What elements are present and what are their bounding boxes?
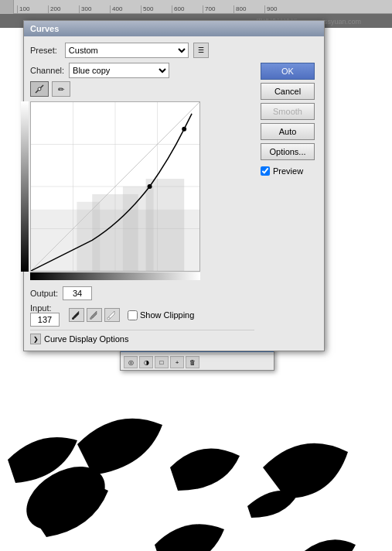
- dialog-left: Channel: Blue copy ✏: [30, 63, 254, 344]
- input-eyedropper-row: Input:: [30, 303, 254, 327]
- preview-checkbox[interactable]: [261, 166, 270, 176]
- ruler: 100 200 300 400 500 600 700 800 900: [0, 0, 392, 14]
- channel-delete-button[interactable]: 🗑: [186, 356, 199, 368]
- white-eyedropper[interactable]: [104, 308, 120, 322]
- ruler-tick: 500: [141, 5, 172, 13]
- black-eyedropper[interactable]: [69, 308, 84, 322]
- svg-point-18: [107, 317, 110, 320]
- ruler-tick: 200: [48, 5, 79, 13]
- preview-row: Preview: [261, 166, 318, 176]
- h-gradient-bar: [30, 272, 200, 280]
- dialog-right-buttons: OK Cancel Smooth Auto Options... Preview: [261, 63, 318, 344]
- svg-rect-13: [146, 179, 185, 271]
- eyedroppers: [69, 308, 120, 322]
- curve-display-opts: ❯ Curve Display Options: [30, 330, 254, 344]
- channel-load-button[interactable]: ◑: [139, 356, 153, 368]
- curve-toolbar: ✏: [30, 81, 254, 97]
- dialog-title: Curves: [30, 24, 59, 33]
- preset-select[interactable]: Custom: [65, 43, 189, 58]
- channel-save-button[interactable]: □: [155, 356, 169, 368]
- channel-select-row: Channel: Blue copy: [30, 63, 254, 78]
- output-field[interactable]: 34: [63, 286, 92, 300]
- ruler-tick: 600: [172, 5, 203, 13]
- svg-point-14: [148, 184, 152, 189]
- auto-button[interactable]: Auto: [261, 123, 315, 140]
- dialog-title-bar: Curves: [24, 21, 324, 36]
- ok-button[interactable]: OK: [261, 63, 315, 80]
- ruler-tick: 400: [110, 5, 141, 13]
- output-row: Output: 34: [30, 286, 254, 300]
- input-section: Input:: [30, 303, 60, 327]
- svg-point-1: [38, 87, 41, 91]
- ruler-tick: 100: [17, 5, 48, 13]
- main-area: 思缘设计论坛 www.missyuan.com Curves Preset: C…: [0, 14, 392, 551]
- svg-rect-11: [77, 202, 100, 271]
- svg-point-15: [182, 127, 186, 132]
- output-label: Output:: [30, 289, 58, 298]
- svg-point-17: [90, 317, 92, 320]
- dialog-body: Preset: Custom ☰ Channel: Blue copy: [24, 36, 324, 351]
- show-clipping-checkbox[interactable]: [128, 310, 138, 320]
- show-clipping-label: Show Clipping: [140, 310, 194, 320]
- preset-label: Preset:: [30, 46, 57, 55]
- dialog-content-row: Channel: Blue copy ✏: [30, 63, 318, 344]
- channels-toolbar: ◎ ◑ □ + 🗑: [121, 354, 274, 370]
- input-label: Input:: [30, 303, 60, 313]
- preset-menu-button[interactable]: ☰: [193, 43, 209, 58]
- curve-pencil-tool[interactable]: ✏: [52, 81, 70, 97]
- show-clipping-row: Show Clipping: [128, 310, 194, 320]
- ruler-tick: 300: [79, 5, 110, 13]
- svg-point-16: [72, 317, 74, 320]
- smooth-button[interactable]: Smooth: [261, 103, 315, 120]
- curves-dialog: Curves Preset: Custom ☰ Channel:: [23, 20, 325, 351]
- curve-display-label: Curve Display Options: [44, 334, 128, 344]
- ruler-tick: 800: [233, 5, 264, 13]
- channel-label: Channel:: [30, 66, 64, 75]
- preview-label: Preview: [273, 166, 303, 176]
- curve-grid-svg: [31, 102, 199, 271]
- channel-new-button[interactable]: +: [170, 356, 184, 368]
- gray-eyedropper[interactable]: [87, 308, 102, 322]
- channel-selection-button[interactable]: ◎: [124, 356, 138, 368]
- curve-point-tool[interactable]: [30, 81, 49, 97]
- options-button[interactable]: Options...: [261, 143, 315, 160]
- ruler-tick: 900: [264, 5, 295, 13]
- ruler-ticks: 100 200 300 400 500 600 700 800 900: [2, 0, 295, 13]
- ruler-tick: 700: [203, 5, 233, 13]
- preset-row: Preset: Custom ☰: [30, 43, 318, 58]
- input-field[interactable]: [30, 313, 60, 327]
- curve-container: [30, 101, 254, 280]
- expand-button[interactable]: ❯: [30, 334, 41, 344]
- channel-dropdown[interactable]: Blue copy: [69, 63, 169, 78]
- curve-display[interactable]: [30, 101, 200, 272]
- cancel-button[interactable]: Cancel: [261, 83, 315, 100]
- v-gradient-bar: [21, 101, 29, 272]
- ruler-corner: [0, 0, 14, 14]
